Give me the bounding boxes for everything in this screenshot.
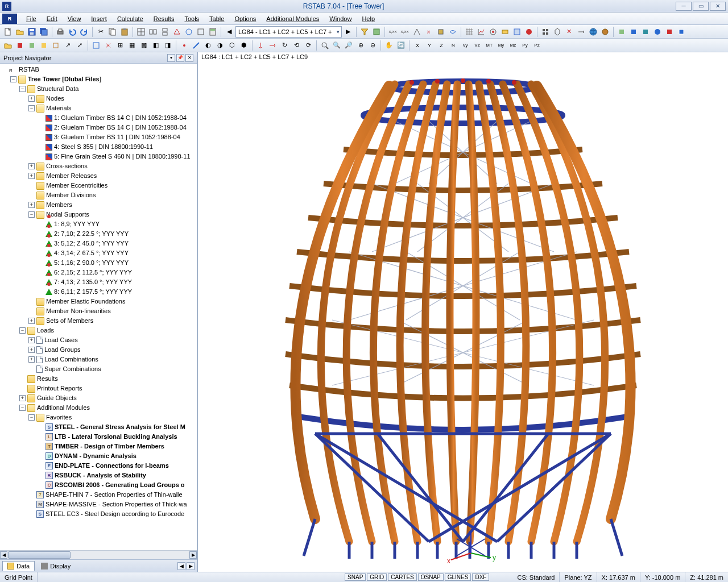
redo-icon[interactable] (78, 26, 90, 38)
expand-icon[interactable]: + (28, 347, 35, 353)
tb2-11[interactable]: ▦ (126, 40, 138, 51)
expand-icon[interactable]: + (28, 318, 35, 324)
tree-nodes[interactable]: Nodes (46, 94, 64, 103)
arrow-left-icon[interactable]: ◀ (224, 26, 235, 38)
toolbar-btn-22[interactable] (576, 26, 587, 38)
tb2-24[interactable]: ⊕ (355, 40, 366, 51)
tab-display[interactable]: Display (36, 561, 76, 571)
navigator-pin-icon[interactable]: 📌 (176, 54, 184, 62)
tree-load-cases[interactable]: Load Cases (44, 335, 78, 345)
toolbar-btn-29[interactable] (676, 26, 687, 38)
expand-icon[interactable]: − (19, 86, 26, 92)
tree-support-3[interactable]: 3: 5,12; Z 45.0 °; YYY YYY (54, 239, 129, 248)
tb2-zoom-in[interactable]: 🔍 (331, 40, 342, 51)
toolbar-btn-25[interactable] (628, 26, 639, 38)
globe-icon[interactable] (588, 26, 599, 38)
expand-icon[interactable]: − (10, 76, 16, 82)
expand-icon[interactable]: − (28, 211, 35, 218)
tree-load-combos[interactable]: Load Combinations (44, 355, 98, 364)
tree-fav-steel[interactable]: STEEL - General Stress Analysis for Stee… (55, 422, 185, 432)
tb2-my[interactable]: My (495, 40, 507, 51)
toolbar-btn-10[interactable] (411, 26, 423, 38)
tb2-19[interactable] (255, 40, 266, 51)
scroll-thumb[interactable] (8, 551, 71, 559)
tree-support-6[interactable]: 6: 2,15; Z 112.5 °; YYY YYY (54, 268, 132, 277)
expand-icon[interactable]: − (28, 414, 35, 421)
navigator-close-icon[interactable]: ✕ (185, 54, 193, 62)
toolbar-btn-19[interactable] (540, 26, 551, 38)
toolbar-btn-2[interactable] (147, 26, 159, 38)
tab-nav-left[interactable]: ◀ (177, 562, 185, 570)
toolbar-btn-21[interactable]: ✕ (564, 26, 575, 38)
tree-favorites[interactable]: Favorites (46, 413, 72, 422)
tree-steel-ec3[interactable]: STEEL EC3 - Steel Design according to Eu… (46, 509, 184, 519)
tree-material-2[interactable]: 2: Gluelam Timber BS 14 C | DIN 1052:198… (54, 123, 187, 132)
tb2-18[interactable]: ⬢ (238, 40, 250, 51)
tree-fav-rscombi[interactable]: RSCOMBI 2006 - Generating Load Groups o (55, 480, 185, 490)
tree-cross-sections[interactable]: Cross-sections (46, 161, 88, 171)
maximize-button[interactable]: ▭ (693, 2, 709, 11)
tb2-7[interactable]: ⤢ (74, 40, 85, 51)
tb2-zoom-fit[interactable] (319, 40, 330, 51)
tree-member-div[interactable]: Member Divisions (46, 190, 96, 200)
tb2-4[interactable] (38, 40, 49, 51)
tb2-node[interactable] (179, 40, 190, 51)
tb2-12[interactable]: ▩ (138, 40, 150, 51)
tree-guide[interactable]: Guide Objects (37, 393, 77, 403)
menu-edit[interactable]: Edit (42, 14, 62, 23)
navigator-tree[interactable]: RRSTAB −Tree Tower [Dlubal Files] −Struc… (0, 64, 197, 550)
menu-insert[interactable]: Insert (86, 14, 111, 23)
tb2-13[interactable]: ◧ (150, 40, 162, 51)
tree-structural-data[interactable]: Structural Data (37, 84, 78, 94)
toolbar-btn-16[interactable] (499, 26, 511, 38)
expand-icon[interactable]: + (28, 202, 35, 208)
expand-icon[interactable]: − (19, 327, 26, 334)
toolbar-btn-5[interactable] (183, 26, 195, 38)
arrow-right-icon[interactable]: ▶ (342, 26, 354, 38)
menu-file[interactable]: File (22, 14, 41, 23)
tree-support-7[interactable]: 7: 4,13; Z 135.0 °; YYY YYY (54, 277, 132, 287)
scroll-right-icon[interactable]: ▶ (189, 551, 197, 559)
tree-support-1[interactable]: 1: 8,9; YYY YYY (54, 219, 100, 229)
tree-member-releases[interactable]: Member Releases (46, 171, 97, 181)
toolbar-btn-18[interactable] (523, 26, 535, 38)
tb2-15[interactable]: ◐ (202, 40, 214, 51)
tb2-23[interactable]: ⟳ (303, 40, 314, 51)
toolbar-btn-26[interactable] (640, 26, 651, 38)
tb2-member[interactable] (191, 40, 202, 51)
toolbar-btn-3[interactable] (159, 26, 171, 38)
scroll-left-icon[interactable]: ◀ (0, 551, 7, 559)
toolbar-btn-13[interactable] (447, 26, 458, 38)
tree-support-2[interactable]: 2: 7,10; Z 22.5 °; YYY YYY (54, 229, 129, 239)
menu-help[interactable]: Help (357, 14, 379, 23)
expand-icon[interactable]: + (28, 356, 35, 363)
tree-member-ef[interactable]: Member Elastic Foundations (46, 297, 125, 306)
tree-support-8[interactable]: 8: 6,11; Z 157.5 °; YYY YYY (54, 287, 132, 297)
tree-super-combos[interactable]: Super Combinations (44, 364, 101, 374)
menu-view[interactable]: View (63, 14, 86, 23)
open-icon[interactable] (14, 26, 26, 38)
expand-icon[interactable]: + (28, 163, 35, 169)
save-all-icon[interactable] (38, 26, 49, 38)
print-icon[interactable] (55, 26, 66, 38)
tree-members[interactable]: Members (46, 200, 72, 210)
tb2-10[interactable]: ⊞ (114, 40, 126, 51)
status-dxf[interactable]: DXF (472, 573, 489, 581)
tree-material-4[interactable]: 4: Steel S 355 | DIN 18800:1990-11 (54, 142, 153, 152)
toolbar-btn-6[interactable] (195, 26, 206, 38)
tb2-2[interactable] (14, 40, 26, 51)
close-button[interactable]: ✕ (710, 2, 726, 11)
tree-load-groups[interactable]: Load Groups (44, 345, 81, 355)
tree-support-5[interactable]: 5: 1,16; Z 90.0 °; YYY YYY (54, 258, 129, 268)
tb2-3[interactable] (26, 40, 38, 51)
toolbar-btn-20[interactable] (552, 26, 563, 38)
menu-window[interactable]: Window (325, 14, 356, 23)
load-case-combo[interactable]: LG84 - LC1 + LC2 + LC5 + LC7 + (235, 26, 342, 38)
copy-icon[interactable] (107, 26, 118, 38)
undo-icon[interactable] (67, 26, 78, 38)
status-snap[interactable]: SNAP (345, 573, 366, 581)
tb2-25[interactable]: ⊖ (367, 40, 378, 51)
tree-material-5[interactable]: 5: Fine Grain Steel S 460 N | DIN 18800:… (54, 152, 191, 161)
app-menu-icon[interactable]: R (2, 14, 17, 24)
minimize-button[interactable]: ─ (676, 2, 692, 11)
